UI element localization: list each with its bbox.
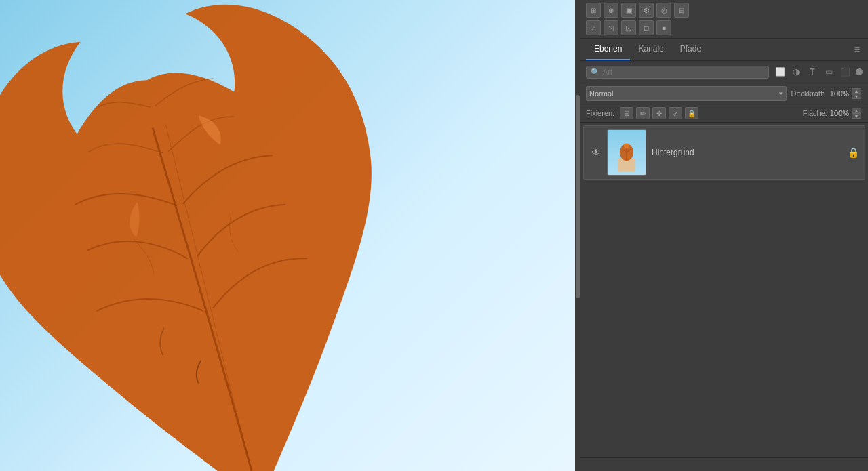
frame-icon[interactable]: ▣ (621, 3, 636, 18)
opacity-value: 100% (827, 89, 849, 98)
search-row: 🔍 ⬜ ◑ T ▭ ⬛ (580, 61, 868, 83)
hue-icon[interactable]: ◺ (621, 20, 636, 35)
top-toolbar: ⊞ ⊕ ▣ ⚙ ◎ ⊟ ◸ ◹ ◺ ◻ ■ (580, 0, 868, 39)
blend-mode-arrow: ▼ (778, 91, 784, 97)
layers-bottom (580, 457, 868, 471)
layers-list: 👁 Hintergrund 🔒 (580, 123, 868, 457)
grid-icon[interactable]: ⊞ (586, 3, 601, 18)
blend-mode-row: Normal ▼ Deckkraft: 100% ▲ ▼ (580, 83, 868, 104)
opacity-label: Deckkraft: (791, 89, 825, 98)
checkerboard-lock-icon[interactable]: ⊞ (620, 107, 633, 119)
layer-lock-icon: 🔒 (848, 147, 859, 158)
type-filter-icon[interactable]: T (806, 65, 819, 79)
globe-icon[interactable]: ◎ (656, 3, 671, 18)
filter-indicator (856, 68, 863, 75)
search-input[interactable] (603, 68, 764, 76)
curves-icon[interactable]: ◸ (586, 20, 601, 35)
table-icon[interactable]: ⊟ (674, 3, 689, 18)
fill-up[interactable]: ▲ (852, 108, 861, 113)
search-box[interactable]: 🔍 (586, 66, 769, 79)
move-lock-icon[interactable]: ✛ (652, 107, 666, 119)
filter-icons: ⬜ ◑ T ▭ ⬛ (773, 65, 852, 79)
scrollbar-thumb[interactable] (576, 95, 580, 298)
tab-kanaele[interactable]: Kanäle (630, 39, 671, 60)
lock-label: Fixieren: (586, 109, 614, 117)
tab-ebenen[interactable]: Ebenen (586, 39, 630, 60)
layer-visibility-toggle[interactable]: 👁 (589, 146, 603, 159)
smart-filter-icon[interactable]: ⬛ (838, 65, 852, 79)
fill-spinner[interactable]: ▲ ▼ (852, 108, 863, 119)
fill-down[interactable]: ▼ (852, 113, 861, 119)
lock-row: Fixieren: ⊞ ✏ ✛ ⤢ 🔒 Fläche: 100% ▲ ▼ (580, 104, 868, 123)
fill-group: Fläche: 100% ▲ ▼ (803, 108, 863, 119)
svg-point-6 (624, 143, 629, 148)
shape-filter-icon[interactable]: ▭ (822, 65, 835, 79)
artboard-lock-icon[interactable]: 🔒 (685, 107, 698, 119)
toolbar-row2: ◸ ◹ ◺ ◻ ■ (586, 20, 863, 35)
opacity-group: Deckkraft: 100% ▲ ▼ (791, 88, 863, 99)
canvas-image (0, 0, 575, 471)
eye-icon: 👁 (591, 147, 601, 158)
adjustment-filter-icon[interactable]: ◑ (789, 65, 803, 79)
canvas-scrollbar[interactable] (575, 0, 580, 471)
settings-icon[interactable]: ⚙ (639, 3, 654, 18)
toolbar-row1: ⊞ ⊕ ▣ ⚙ ◎ ⊟ (586, 3, 863, 18)
layer-thumbnail (607, 129, 646, 176)
opacity-spinner[interactable]: ▲ ▼ (852, 88, 863, 99)
search-icon: 🔍 (591, 68, 600, 77)
pixel-filter-icon[interactable]: ⬜ (773, 65, 787, 79)
tabs-bar: Ebenen Kanäle Pfade ≡ (580, 39, 868, 61)
opacity-up[interactable]: ▲ (852, 88, 861, 94)
blend-mode-dropdown[interactable]: Normal ▼ (586, 86, 787, 101)
layer-name: Hintergrund (652, 148, 845, 157)
fill-icon[interactable]: ■ (656, 20, 671, 35)
layer-item[interactable]: 👁 Hintergrund 🔒 (583, 125, 865, 180)
right-panel: ⊞ ⊕ ▣ ⚙ ◎ ⊟ ◸ ◹ ◺ ◻ ■ Ebenen Kanäle Pfad… (580, 0, 868, 471)
lock-icons: ⊞ ✏ ✛ ⤢ 🔒 (620, 107, 698, 119)
fill-value: 100% (830, 109, 849, 117)
layers-panel: Ebenen Kanäle Pfade ≡ 🔍 ⬜ ◑ T ▭ ⬛ Normal (580, 39, 868, 471)
canvas-area (0, 0, 575, 471)
opacity-down[interactable]: ▼ (852, 94, 861, 99)
tab-pfade[interactable]: Pfade (672, 39, 709, 60)
autumn-leaf (0, 0, 393, 471)
brush-lock-icon[interactable]: ✏ (636, 107, 650, 119)
tabs-menu-icon[interactable]: ≡ (852, 41, 863, 58)
blend-mode-value: Normal (589, 89, 613, 98)
exposure-icon[interactable]: ◻ (639, 20, 654, 35)
adjust-icon[interactable]: ⊕ (604, 3, 618, 18)
thumb-leaf-svg (613, 141, 640, 175)
fill-label: Fläche: (803, 109, 827, 117)
position-lock-icon[interactable]: ⤢ (669, 107, 682, 119)
levels-icon[interactable]: ◹ (604, 20, 618, 35)
